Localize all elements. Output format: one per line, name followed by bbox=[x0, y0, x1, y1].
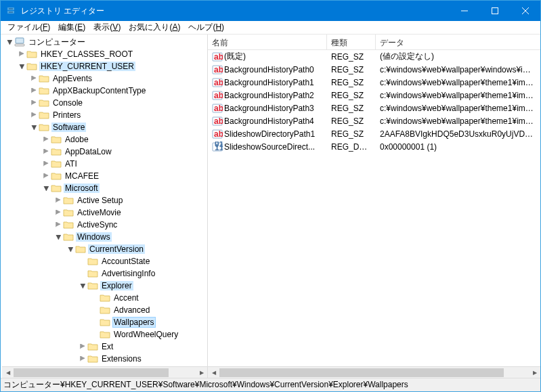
folder-open-icon bbox=[51, 183, 62, 193]
chevron-right-icon[interactable]: ⯈ bbox=[41, 147, 51, 156]
string-value-icon: ab bbox=[212, 103, 223, 114]
value-type: REG_SZ bbox=[327, 91, 376, 100]
minimize-button[interactable] bbox=[449, 1, 479, 21]
chevron-right-icon[interactable]: ⯈ bbox=[29, 98, 39, 108]
titlebar[interactable]: レジストリ エディター bbox=[1, 1, 540, 21]
tree-node[interactable]: ⯈AdvertisingInfo bbox=[78, 267, 207, 280]
scroll-left-icon[interactable]: ◀ bbox=[2, 367, 14, 378]
table-row[interactable]: abBackgroundHistoryPath1REG_SZc:¥windows… bbox=[208, 76, 540, 89]
folder-icon bbox=[87, 342, 98, 351]
table-row[interactable]: abSlideshowDirectoryPath1REG_SZ2AAFA8BVI… bbox=[208, 127, 540, 140]
value-data: 2AAFA8BVIgkHDQ5eD3UsxkuR0yUjVDCAAAgGA bbox=[376, 129, 540, 139]
tree-node[interactable]: ⯈ActiveSync bbox=[53, 219, 207, 231]
chevron-down-icon[interactable]: ⯆ bbox=[66, 244, 75, 254]
string-value-icon: ab bbox=[212, 129, 223, 139]
chevron-right-icon[interactable]: ⯈ bbox=[29, 74, 39, 83]
maximize-button[interactable] bbox=[479, 1, 510, 21]
folder-icon bbox=[39, 86, 49, 95]
tree-node-microsoft[interactable]: ⯆Microsoft bbox=[41, 182, 207, 194]
value-data: c:¥windows¥web¥wallpaper¥theme1¥img3.jpg bbox=[376, 116, 540, 126]
tree-node-wallpapers[interactable]: ⯈Wallpapers bbox=[90, 316, 207, 328]
value-list[interactable]: ab(既定)REG_SZ(値の設定なし)abBackgroundHistoryP… bbox=[208, 50, 540, 366]
table-row[interactable]: abBackgroundHistoryPath4REG_SZc:¥windows… bbox=[208, 114, 540, 127]
chevron-right-icon[interactable]: ⯈ bbox=[41, 171, 51, 181]
chevron-right-icon[interactable]: ⯈ bbox=[29, 110, 39, 120]
tree-node[interactable]: ⯈Extensions bbox=[78, 353, 207, 365]
tree-node[interactable]: ⯈WordWheelQuery bbox=[90, 328, 207, 341]
tree-node-currentversion[interactable]: ⯆CurrentVersion bbox=[66, 243, 207, 255]
chevron-right-icon[interactable]: ⯈ bbox=[53, 208, 63, 217]
tree-node[interactable]: ⯈ActiveMovie bbox=[53, 206, 207, 219]
menu-help[interactable]: ヘルプ(H) bbox=[184, 21, 228, 34]
tree-node-software[interactable]: ⯆Software bbox=[29, 121, 207, 133]
list-horizontal-scrollbar[interactable]: ◀ ▶ bbox=[208, 366, 540, 378]
value-data: (値の設定なし) bbox=[376, 51, 540, 62]
string-value-icon: ab bbox=[212, 116, 223, 127]
close-button[interactable] bbox=[510, 1, 540, 21]
chevron-right-icon[interactable]: ⯈ bbox=[53, 220, 63, 230]
folder-open-icon bbox=[26, 62, 37, 71]
chevron-right-icon[interactable]: ⯈ bbox=[78, 342, 87, 351]
tree-node[interactable]: ⯈Accent bbox=[90, 292, 207, 304]
tree-pane: ⯆コンピューター ⯈HKEY_CLASSES_ROOT ⯆HKEY_CURREN… bbox=[1, 35, 208, 378]
value-data: c:¥windows¥web¥wallpaper¥windows¥img0.jp… bbox=[376, 65, 540, 74]
table-row[interactable]: abBackgroundHistoryPath2REG_SZc:¥windows… bbox=[208, 89, 540, 102]
tree-node[interactable]: ⯈AppDataLow bbox=[41, 146, 207, 158]
menu-view[interactable]: 表示(V) bbox=[89, 21, 125, 34]
chevron-down-icon[interactable]: ⯆ bbox=[53, 232, 63, 242]
tree-node-windows[interactable]: ⯆Windows bbox=[53, 231, 207, 243]
chevron-down-icon[interactable]: ⯆ bbox=[78, 281, 87, 290]
chevron-down-icon[interactable]: ⯆ bbox=[29, 123, 39, 132]
table-row[interactable]: abBackgroundHistoryPath3REG_SZc:¥windows… bbox=[208, 102, 540, 114]
tree-node[interactable]: ⯈AppXBackupContentType bbox=[29, 85, 207, 97]
window-title: レジストリ エディター bbox=[21, 5, 449, 17]
scroll-right-icon[interactable]: ▶ bbox=[196, 367, 207, 378]
table-row[interactable]: 011110SlideshowSourceDirect...REG_DW...0… bbox=[208, 140, 540, 153]
folder-icon bbox=[87, 269, 98, 278]
tree-node[interactable]: ⯈Printers bbox=[29, 109, 207, 121]
value-type: REG_DW... bbox=[327, 142, 376, 152]
folder-icon bbox=[100, 330, 110, 339]
tree-node[interactable]: ⯈Ext bbox=[78, 341, 207, 353]
scroll-left-icon[interactable]: ◀ bbox=[208, 367, 219, 378]
value-name: SlideshowSourceDirect... bbox=[224, 142, 315, 152]
tree-horizontal-scrollbar[interactable]: ◀ ▶ bbox=[2, 366, 207, 378]
folder-icon bbox=[100, 293, 110, 303]
tree-node[interactable]: ⯈AppEvents bbox=[29, 72, 207, 85]
scroll-right-icon[interactable]: ▶ bbox=[529, 367, 540, 378]
folder-icon bbox=[100, 305, 110, 315]
table-row[interactable]: abBackgroundHistoryPath0REG_SZc:¥windows… bbox=[208, 63, 540, 76]
folder-icon bbox=[51, 171, 62, 181]
chevron-right-icon[interactable]: ⯈ bbox=[78, 354, 87, 364]
tree-node[interactable]: ⯈MCAFEE bbox=[41, 170, 207, 182]
column-header-data[interactable]: データ bbox=[376, 35, 540, 49]
table-row[interactable]: ab(既定)REG_SZ(値の設定なし) bbox=[208, 50, 540, 63]
tree-node[interactable]: ⯈ATI bbox=[41, 158, 207, 170]
tree-node-hkcu[interactable]: ⯆HKEY_CURRENT_USER bbox=[17, 60, 207, 72]
tree-node-computer[interactable]: ⯆コンピューター bbox=[5, 36, 207, 48]
tree-node-explorer[interactable]: ⯆Explorer bbox=[78, 280, 207, 292]
tree-node[interactable]: ⯈Adobe bbox=[41, 133, 207, 146]
chevron-right-icon[interactable]: ⯈ bbox=[29, 86, 39, 95]
menu-file[interactable]: ファイル(F) bbox=[3, 21, 54, 34]
tree-node-hkcr[interactable]: ⯈HKEY_CLASSES_ROOT bbox=[17, 48, 207, 60]
chevron-down-icon[interactable]: ⯆ bbox=[5, 37, 14, 47]
menu-edit[interactable]: 編集(E) bbox=[54, 21, 89, 34]
column-header-name[interactable]: 名前 bbox=[208, 35, 327, 49]
svg-text:ab: ab bbox=[214, 91, 223, 100]
chevron-down-icon[interactable]: ⯆ bbox=[41, 183, 51, 193]
chevron-down-icon[interactable]: ⯆ bbox=[17, 62, 26, 71]
string-value-icon: ab bbox=[212, 51, 223, 62]
tree-node[interactable]: ⯈Console bbox=[29, 97, 207, 109]
column-header-type[interactable]: 種類 bbox=[327, 35, 376, 49]
tree-node[interactable]: ⯈AccountState bbox=[78, 255, 207, 267]
value-name: BackgroundHistoryPath2 bbox=[224, 91, 314, 100]
menu-favorites[interactable]: お気に入り(A) bbox=[125, 21, 184, 34]
chevron-right-icon[interactable]: ⯈ bbox=[41, 159, 51, 169]
chevron-right-icon[interactable]: ⯈ bbox=[41, 135, 51, 144]
tree-node[interactable]: ⯈Active Setup bbox=[53, 194, 207, 206]
tree-node[interactable]: ⯈Advanced bbox=[90, 304, 207, 316]
registry-tree[interactable]: ⯆コンピューター ⯈HKEY_CLASSES_ROOT ⯆HKEY_CURREN… bbox=[2, 36, 207, 365]
chevron-right-icon[interactable]: ⯈ bbox=[17, 49, 26, 59]
chevron-right-icon[interactable]: ⯈ bbox=[53, 196, 63, 205]
